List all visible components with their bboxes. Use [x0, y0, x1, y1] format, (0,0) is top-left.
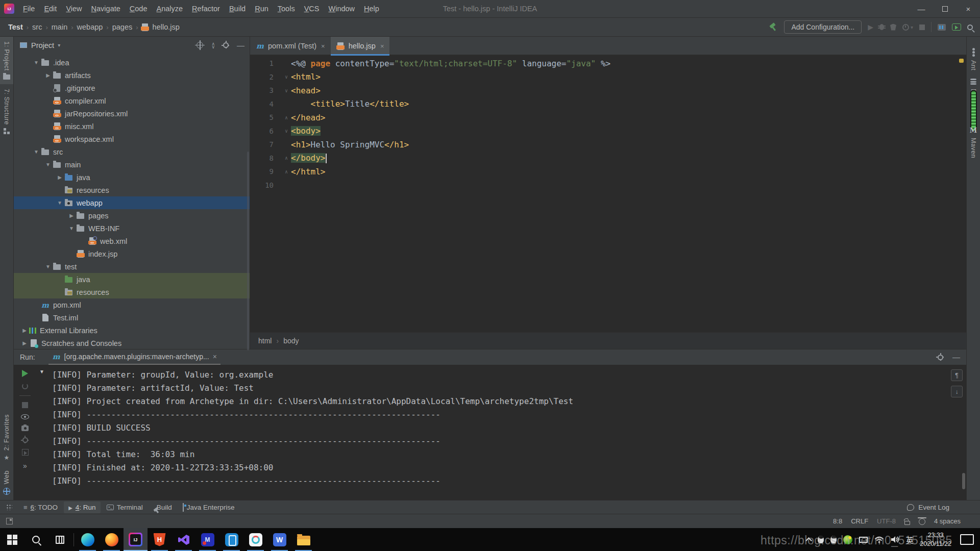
indent-setting[interactable]: 4 spaces	[934, 517, 961, 525]
stripe-structure-button[interactable]: 7: Structure	[0, 84, 13, 139]
tree-item-scratches-and-consoles[interactable]: ▶Scratches and Consoles	[14, 337, 250, 349]
stripe-database-button[interactable]: Database	[967, 74, 980, 122]
code-line[interactable]: 2∨<html>	[250, 70, 966, 84]
tree-item-resources[interactable]: resources	[14, 286, 250, 298]
tree-chevron-down-icon[interactable]: ▼	[32, 60, 41, 65]
tree-item-pom-xml[interactable]: mpom.xml	[14, 298, 250, 311]
code-editor[interactable]: 1<%@ page contentType="text/html;charset…	[250, 55, 966, 332]
tree-chevron-down-icon[interactable]: ▼	[55, 200, 64, 206]
tree-item-main[interactable]: ▼main	[14, 158, 250, 171]
task-view-button[interactable]	[48, 528, 72, 551]
tree-item-pages[interactable]: ▶pages	[14, 209, 250, 222]
editor-tab-pom-xml-test-[interactable]: mpom.xml (Test)×	[250, 37, 331, 55]
console-scrollbar[interactable]	[962, 473, 965, 489]
toolwindow-todo[interactable]: ≡6: TODO	[19, 502, 62, 513]
build-hammer-icon[interactable]	[769, 23, 778, 32]
file-encoding[interactable]: UTF-8	[877, 517, 896, 525]
hide-panel-icon[interactable]: —	[237, 43, 244, 48]
coverage-icon[interactable]	[890, 24, 896, 31]
hide-panel-icon[interactable]: —	[952, 355, 960, 360]
tree-item-index-jsp[interactable]: index.jsp	[14, 247, 250, 260]
maven-toolwindow-icon[interactable]	[938, 24, 946, 31]
menu-run[interactable]: Run	[250, 5, 273, 13]
line-ending[interactable]: CRLF	[851, 517, 868, 525]
console-output[interactable]: [INFO] Parameter: groupId, Value: org.ex…	[52, 368, 953, 488]
tree-item-java[interactable]: java	[14, 273, 250, 286]
fold-down-icon[interactable]: ∨	[282, 88, 291, 93]
code-line[interactable]: 7<h1>Hello SpringMVC</h1>	[250, 138, 966, 152]
code-line[interactable]: 10	[250, 179, 966, 192]
fold-up-icon[interactable]: ∧	[282, 115, 291, 120]
editor-tab-hello-jsp[interactable]: hello.jsp×	[331, 37, 390, 55]
menu-file[interactable]: File	[18, 5, 39, 13]
tree-item--gitignore[interactable]: .gitignore	[14, 82, 250, 94]
gear-icon[interactable]	[22, 437, 28, 443]
start-button[interactable]	[0, 528, 24, 551]
breadcrumb-item-Test[interactable]: Test	[7, 23, 24, 31]
more-actions-icon[interactable]: »	[23, 462, 27, 470]
collapse-all-icon[interactable]: ∧∨	[211, 42, 215, 48]
code-line[interactable]: 5∧</head>	[250, 111, 966, 124]
taskbar-app-idea[interactable]: IJ	[124, 528, 148, 551]
fold-down-icon[interactable]: ∨	[282, 74, 291, 80]
close-icon[interactable]: ×	[380, 42, 384, 50]
gear-icon[interactable]	[223, 42, 229, 48]
fold-down-icon[interactable]: ∨	[282, 128, 291, 134]
tree-item-web-inf[interactable]: ▼WEB-INF	[14, 222, 250, 235]
tree-item-resources[interactable]: resources	[14, 184, 250, 196]
taskbar-app-hbuilder[interactable]: H	[148, 528, 172, 551]
code-line[interactable]: 1<%@ page contentType="text/html;charset…	[250, 57, 966, 70]
tree-item-jarrepositories-xml[interactable]: jarRepositories.xml	[14, 107, 250, 120]
stop-icon[interactable]	[22, 402, 28, 408]
breadcrumb-item-main[interactable]: main	[51, 23, 68, 31]
rerun-failed-icon[interactable]	[22, 383, 28, 389]
tree-item--idea[interactable]: ▼.idea	[14, 56, 250, 69]
tree-chevron-right-icon[interactable]: ▶	[20, 340, 29, 346]
menu-analyze[interactable]: Analyze	[152, 5, 188, 13]
tree-chevron-right-icon[interactable]: ▶	[20, 328, 29, 333]
soft-wrap-icon[interactable]: ¶	[951, 369, 963, 381]
breadcrumb-item-webapp[interactable]: webapp	[76, 23, 104, 31]
tree-item-test-iml[interactable]: Test.iml	[14, 311, 250, 324]
tree-chevron-right-icon[interactable]: ▶	[43, 72, 53, 78]
locate-icon[interactable]	[197, 42, 203, 48]
status-panel-icon[interactable]	[6, 518, 13, 524]
tree-item-webapp[interactable]: ▼webapp	[14, 196, 250, 209]
tree-item-workspace-xml[interactable]: workspace.xml	[14, 133, 250, 145]
stripe-web-button[interactable]: Web	[0, 470, 13, 495]
code-line[interactable]: 4 <title>Title</title>	[250, 97, 966, 111]
menu-build[interactable]: Build	[225, 5, 250, 13]
run-anything-icon[interactable]	[952, 23, 961, 31]
taskbar-app-phone-emulator[interactable]	[219, 528, 243, 551]
show-desktop-icon[interactable]	[960, 534, 974, 545]
taskbar-app-file-explorer[interactable]	[291, 528, 315, 551]
eye-options-icon[interactable]	[21, 414, 29, 419]
menu-help[interactable]: Help	[359, 5, 384, 13]
menu-code[interactable]: Code	[125, 5, 152, 13]
fold-up-icon[interactable]: ∧	[282, 155, 291, 161]
project-tree-scrollbar[interactable]	[247, 152, 249, 350]
taskbar-app-firefox[interactable]	[100, 528, 124, 551]
close-button[interactable]: ×	[957, 0, 980, 18]
code-line[interactable]: 3∨<head>	[250, 84, 966, 97]
code-line[interactable]: 6∨<body>	[250, 124, 966, 138]
menu-tools[interactable]: Tools	[273, 5, 300, 13]
tree-chevron-right-icon[interactable]: ▶	[55, 174, 64, 180]
taskbar-app-edge[interactable]	[76, 528, 100, 551]
chevron-down-icon[interactable]: ▾	[58, 42, 60, 48]
run-tab[interactable]: m [org.apache.maven.plugins:maven-archet…	[48, 349, 220, 365]
taskbar-app-wps[interactable]: W	[267, 528, 291, 551]
toolwindow-java-enterprise[interactable]: Java Enterprise	[178, 502, 239, 513]
minimize-button[interactable]: —	[910, 0, 933, 18]
editor-breadcrumb-body[interactable]: body	[283, 337, 299, 345]
rerun-icon[interactable]	[22, 370, 28, 377]
stripe-favorites-button[interactable]: 2: Favorites ★	[0, 414, 13, 461]
tree-chevron-down-icon[interactable]: ▼	[43, 162, 53, 167]
import-icon[interactable]	[22, 449, 29, 456]
menu-vcs[interactable]: VCS	[300, 5, 324, 13]
lock-icon[interactable]	[904, 521, 910, 525]
tree-item-misc-xml[interactable]: misc.xml	[14, 120, 250, 133]
breadcrumb-item-src[interactable]: src	[31, 23, 43, 31]
tree-chevron-down-icon[interactable]: ▼	[67, 226, 76, 231]
taskbar-app-itools[interactable]	[243, 528, 267, 551]
